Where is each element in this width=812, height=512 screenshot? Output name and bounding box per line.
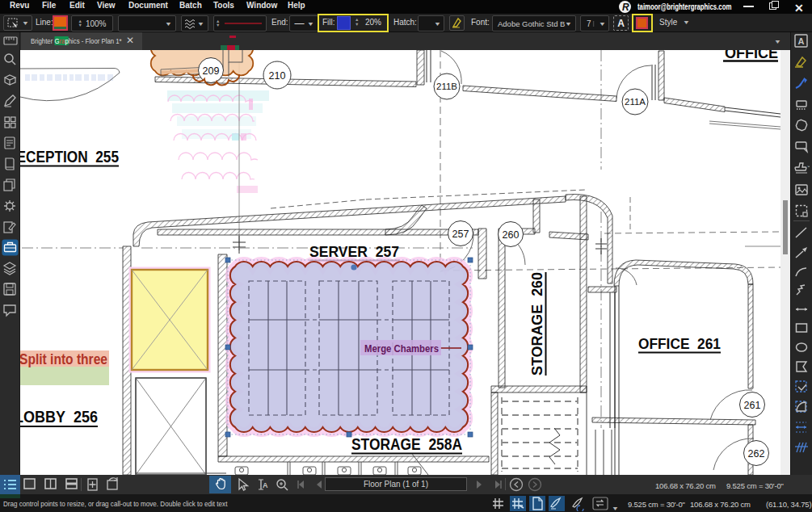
svg-text:STORAGE 258A: STORAGE 258A	[351, 435, 462, 453]
svg-text:OFFICE 261: OFFICE 261	[638, 336, 721, 352]
svg-text:261: 261	[744, 400, 761, 411]
svg-text:257: 257	[452, 229, 469, 240]
svg-text:210: 210	[269, 70, 286, 82]
svg-text:Merge Chambers: Merge Chambers	[364, 342, 439, 355]
svg-text:OFFICE: OFFICE	[725, 50, 778, 61]
svg-text:211A: 211A	[625, 97, 646, 107]
svg-text:211B: 211B	[436, 82, 457, 91]
svg-text:A: A	[798, 36, 805, 46]
svg-text:STORAGE 260: STORAGE 260	[529, 272, 545, 376]
svg-text:260: 260	[503, 229, 520, 241]
svg-text:209: 209	[203, 65, 220, 77]
svg-text:RECEPTION 255: RECEPTION 255	[20, 148, 119, 166]
svg-text:LOBBY 256: LOBBY 256	[20, 408, 98, 426]
svg-text:A: A	[263, 481, 268, 489]
svg-text:Split into three: Split into three	[20, 351, 107, 367]
svg-text:262: 262	[748, 448, 765, 460]
svg-text:⌄: ⌄	[806, 162, 810, 168]
